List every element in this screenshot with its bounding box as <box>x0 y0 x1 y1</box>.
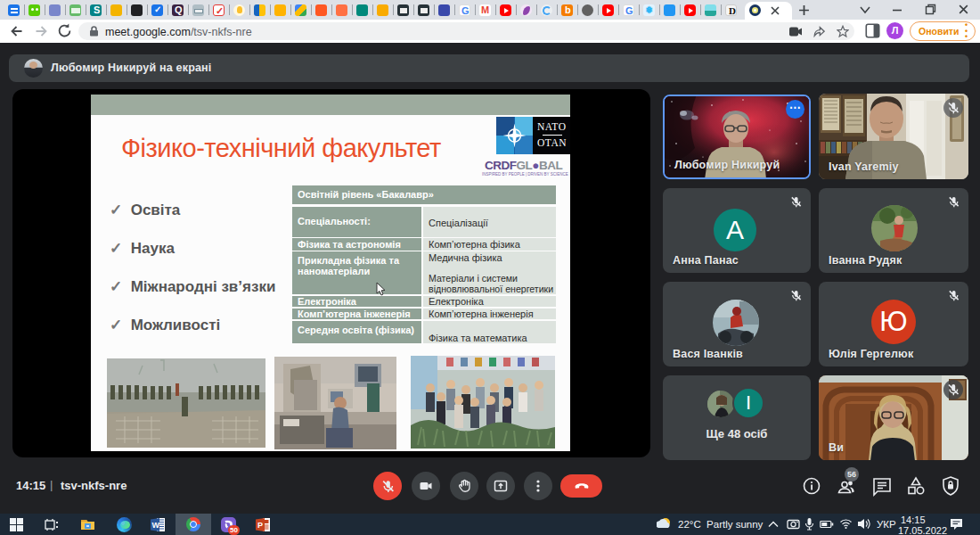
svg-text:W: W <box>152 521 160 530</box>
svg-text:P: P <box>257 521 263 530</box>
